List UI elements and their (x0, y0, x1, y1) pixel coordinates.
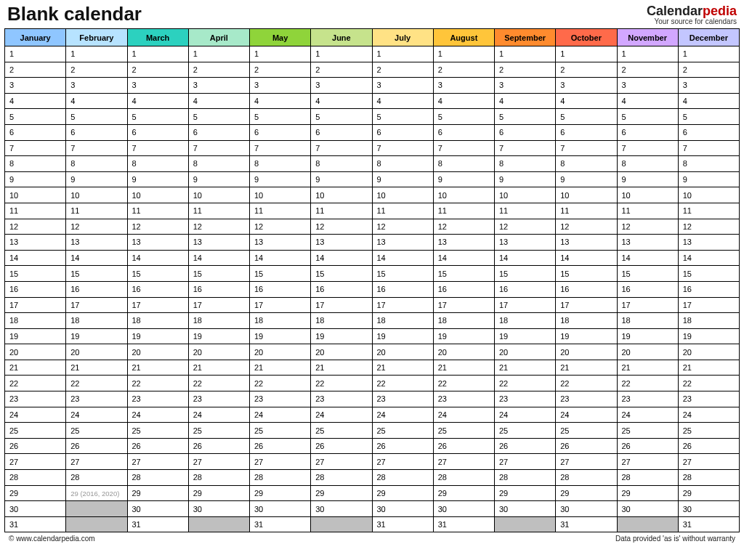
day-cell: 7 (250, 140, 311, 156)
day-cell: 8 (617, 156, 678, 172)
day-cell: 5 (617, 109, 678, 125)
calendar-header-row: JanuaryFebruaryMarchAprilMayJuneJulyAugu… (5, 29, 740, 46)
day-cell: 10 (495, 187, 556, 203)
day-cell: 22 (556, 376, 617, 391)
day-cell: 17 (617, 297, 678, 313)
day-cell: 18 (5, 313, 66, 329)
day-cell: 20 (66, 344, 127, 360)
table-row: 282828282828282828282828 (5, 470, 740, 486)
day-cell: 13 (617, 235, 678, 251)
day-cell: 26 (127, 438, 188, 454)
page-footer: © www.calendarpedia.com Data provided 'a… (4, 532, 740, 543)
day-cell: 14 (617, 250, 678, 266)
day-cell: 28 (66, 470, 127, 486)
day-cell: 19 (495, 328, 556, 344)
day-cell: 9 (372, 171, 433, 187)
table-row: 232323232323232323232323 (5, 391, 740, 407)
table-row: 161616161616161616161616 (5, 281, 740, 297)
day-cell: 13 (372, 235, 433, 251)
day-cell: 23 (678, 391, 739, 407)
day-cell: 29 (311, 485, 372, 501)
day-cell: 17 (556, 297, 617, 313)
day-cell: 23 (495, 391, 556, 407)
day-cell: 27 (433, 454, 494, 470)
day-cell: 8 (556, 156, 617, 172)
table-row: 121212121212121212121212 (5, 219, 740, 235)
day-cell: 6 (66, 124, 127, 140)
day-cell: 20 (495, 344, 556, 360)
day-cell: 13 (556, 235, 617, 251)
day-cell: 19 (678, 328, 739, 344)
day-cell: 7 (433, 140, 494, 156)
day-cell: 2 (188, 62, 249, 78)
day-cell: 16 (66, 281, 127, 297)
day-cell: 19 (311, 328, 372, 344)
day-cell: 23 (617, 391, 678, 407)
day-cell: 8 (66, 156, 127, 172)
day-cell: 1 (188, 46, 249, 62)
day-cell: 29 (678, 485, 739, 501)
day-cell: 13 (495, 235, 556, 251)
day-cell: 2 (433, 62, 494, 78)
day-cell: 19 (188, 328, 249, 344)
day-cell: 15 (66, 266, 127, 282)
day-cell: 20 (617, 344, 678, 360)
day-cell: 28 (5, 470, 66, 486)
day-cell: 27 (250, 454, 311, 470)
day-cell: 7 (5, 140, 66, 156)
day-cell: 22 (250, 376, 311, 391)
day-cell: 15 (188, 266, 249, 282)
day-cell: 13 (311, 235, 372, 251)
day-cell: 23 (66, 391, 127, 407)
day-cell: 9 (5, 171, 66, 187)
day-cell: 26 (556, 438, 617, 454)
day-cell: 7 (188, 140, 249, 156)
day-cell: 5 (678, 109, 739, 125)
day-cell: 10 (433, 187, 494, 203)
day-cell: 20 (678, 344, 739, 360)
day-cell: 5 (188, 109, 249, 125)
day-cell: 7 (372, 140, 433, 156)
day-cell: 10 (617, 187, 678, 203)
day-cell: 7 (127, 140, 188, 156)
day-cell: 25 (678, 423, 739, 439)
day-cell: 14 (556, 250, 617, 266)
day-cell: 16 (127, 281, 188, 297)
day-cell: 28 (678, 470, 739, 486)
day-cell: 7 (556, 140, 617, 156)
day-cell: 31 (250, 516, 311, 532)
day-cell: 30 (433, 501, 494, 517)
day-cell: 18 (250, 313, 311, 329)
day-cell: 10 (66, 187, 127, 203)
table-row: 272727272727272727272727 (5, 454, 740, 470)
brand-accent: pedia (703, 4, 737, 18)
day-cell: 23 (127, 391, 188, 407)
day-cell: 28 (617, 470, 678, 486)
day-cell: 16 (495, 281, 556, 297)
day-cell: 17 (678, 297, 739, 313)
day-cell: 30 (250, 501, 311, 517)
day-cell: 18 (66, 313, 127, 329)
day-cell: 6 (433, 124, 494, 140)
day-cell: 9 (617, 171, 678, 187)
day-cell: 17 (127, 297, 188, 313)
day-cell: 10 (372, 187, 433, 203)
day-cell: 6 (188, 124, 249, 140)
day-cell: 23 (250, 391, 311, 407)
day-cell: 6 (311, 124, 372, 140)
day-cell: 28 (311, 470, 372, 486)
day-cell: 10 (5, 187, 66, 203)
brand-name: Calendarpedia (647, 4, 737, 17)
table-row: 111111111111 (5, 46, 740, 62)
day-cell: 5 (250, 109, 311, 125)
day-cell: 30 (678, 501, 739, 517)
day-cell: 21 (5, 360, 66, 376)
day-cell: 16 (5, 281, 66, 297)
day-cell: 20 (127, 344, 188, 360)
day-cell: 25 (495, 423, 556, 439)
day-cell: 11 (127, 203, 188, 219)
brand-tagline: Your source for calendars (647, 18, 737, 25)
day-cell: 25 (188, 423, 249, 439)
day-cell: 29 (372, 485, 433, 501)
day-cell: 6 (372, 124, 433, 140)
